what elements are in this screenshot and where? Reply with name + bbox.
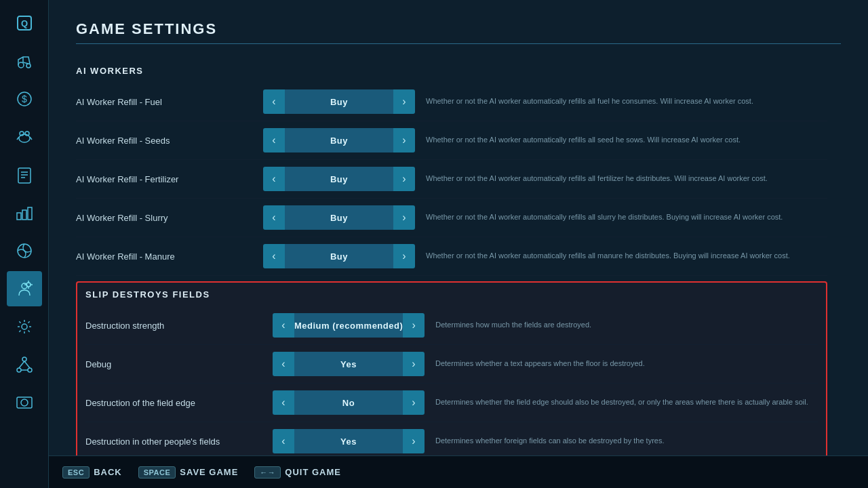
sidebar: Q $ — [0, 0, 49, 488]
setting-row-refill-fuel: AI Worker Refill - Fuel ‹ Buy › Whether … — [76, 83, 827, 121]
section-title-slip-destroys: SLIP DESTROYS FIELDS — [85, 289, 818, 300]
svg-line-23 — [19, 361, 24, 368]
svg-point-2 — [18, 62, 24, 68]
ctrl-right-refill-fertilizer[interactable]: › — [393, 167, 415, 191]
setting-desc-other-fields: Determines whether foreign fields can al… — [435, 436, 818, 446]
sidebar-item-network[interactable] — [7, 347, 42, 382]
back-label: BACK — [94, 467, 122, 477]
setting-label-debug: Debug — [85, 359, 262, 369]
ctrl-value-refill-manure: Buy — [285, 244, 393, 268]
svg-rect-13 — [17, 213, 21, 220]
setting-control-refill-fuel: ‹ Buy › — [263, 89, 415, 114]
save-button[interactable]: SPACE SAVE GAME — [138, 466, 239, 479]
ctrl-right-refill-slurry[interactable]: › — [393, 205, 415, 230]
bottom-bar: ESC BACK SPACE SAVE GAME ←→ QUIT GAME — [49, 455, 868, 488]
setting-desc-debug: Determines whether a text appears when t… — [435, 359, 818, 369]
ctrl-value-destruction-strength: Medium (recommended) — [294, 313, 403, 338]
svg-point-27 — [21, 399, 28, 406]
svg-point-22 — [28, 368, 32, 372]
setting-desc-refill-manure: Whether or not the AI worker automatical… — [426, 251, 827, 261]
setting-row-refill-seeds: AI Worker Refill - Seeds ‹ Buy › Whether… — [76, 121, 827, 160]
setting-desc-refill-slurry: Whether or not the AI worker automatical… — [426, 212, 827, 222]
ctrl-right-field-edge[interactable]: › — [403, 390, 425, 415]
ctrl-left-other-fields[interactable]: ‹ — [273, 429, 294, 453]
setting-control-refill-seeds: ‹ Buy › — [263, 128, 415, 152]
ctrl-left-refill-fuel[interactable]: ‹ — [263, 89, 285, 114]
sidebar-item-animals[interactable] — [7, 119, 42, 155]
quit-key: ←→ — [254, 466, 281, 479]
ctrl-left-refill-seeds[interactable]: ‹ — [263, 128, 285, 152]
setting-control-debug: ‹ Yes › — [273, 352, 425, 376]
quit-button[interactable]: ←→ QUIT GAME — [254, 466, 341, 479]
ctrl-value-debug: Yes — [294, 352, 403, 376]
setting-control-refill-fertilizer: ‹ Buy › — [263, 167, 415, 191]
setting-control-refill-manure: ‹ Buy › — [263, 244, 415, 268]
svg-text:$: $ — [22, 94, 27, 104]
sidebar-item-settings[interactable] — [7, 309, 42, 344]
setting-row-refill-fertilizer: AI Worker Refill - Fertilizer ‹ Buy › Wh… — [76, 160, 827, 199]
save-label: SAVE GAME — [180, 467, 238, 477]
ctrl-left-destruction-strength[interactable]: ‹ — [273, 313, 294, 338]
setting-row-field-edge: Destruction of the field edge ‹ No › Det… — [85, 384, 818, 422]
setting-row-destruction-strength: Destruction strength ‹ Medium (recommend… — [85, 306, 818, 345]
ctrl-right-other-fields[interactable]: › — [403, 429, 425, 453]
svg-point-21 — [17, 368, 21, 372]
back-key: ESC — [62, 466, 90, 479]
ctrl-left-refill-fertilizer[interactable]: ‹ — [263, 167, 285, 191]
ctrl-left-debug[interactable]: ‹ — [273, 352, 294, 376]
ctrl-value-refill-slurry: Buy — [285, 205, 393, 230]
sidebar-item-contracts[interactable] — [7, 157, 42, 192]
section-slip-destroys: SLIP DESTROYS FIELDS Destruction strengt… — [76, 281, 827, 469]
setting-control-destruction-strength: ‹ Medium (recommended) › — [273, 313, 425, 338]
ctrl-left-refill-slurry[interactable]: ‹ — [263, 205, 285, 230]
setting-label-refill-fertilizer: AI Worker Refill - Fertilizer — [76, 174, 252, 184]
ctrl-right-refill-manure[interactable]: › — [393, 244, 415, 268]
setting-control-refill-slurry: ‹ Buy › — [263, 205, 415, 230]
svg-point-20 — [22, 357, 26, 361]
sidebar-item-q[interactable]: Q — [7, 5, 42, 41]
setting-control-other-fields: ‹ Yes › — [273, 429, 425, 453]
svg-text:Q: Q — [20, 18, 27, 28]
section-ai-workers: AI WORKERS AI Worker Refill - Fuel ‹ Buy… — [76, 66, 827, 276]
svg-point-19 — [22, 324, 27, 329]
setting-desc-field-edge: Determines whether the field edge should… — [435, 397, 818, 407]
save-key: SPACE — [138, 466, 176, 479]
content-area: AI WORKERS AI Worker Refill - Fuel ‹ Buy… — [76, 55, 841, 474]
ctrl-right-debug[interactable]: › — [403, 352, 425, 376]
setting-label-refill-seeds: AI Worker Refill - Seeds — [76, 136, 252, 146]
ctrl-right-destruction-strength[interactable]: › — [403, 313, 425, 338]
ctrl-value-field-edge: No — [294, 390, 403, 415]
sidebar-item-tractor[interactable] — [7, 43, 42, 79]
ctrl-value-refill-fuel: Buy — [285, 89, 393, 114]
setting-desc-refill-fertilizer: Whether or not the AI worker automatical… — [426, 174, 827, 184]
setting-row-refill-manure: AI Worker Refill - Manure ‹ Buy › Whethe… — [76, 237, 827, 276]
ctrl-right-refill-fuel[interactable]: › — [393, 89, 415, 114]
back-button[interactable]: ESC BACK — [62, 466, 122, 479]
setting-label-refill-manure: AI Worker Refill - Manure — [76, 251, 252, 262]
setting-control-field-edge: ‹ No › — [273, 390, 425, 415]
setting-label-other-fields: Destruction in other people's fields — [85, 436, 262, 447]
setting-label-field-edge: Destruction of the field edge — [85, 398, 262, 408]
ctrl-left-field-edge[interactable]: ‹ — [273, 390, 294, 415]
section-title-ai-workers: AI WORKERS — [76, 66, 827, 76]
sidebar-item-map[interactable] — [7, 233, 42, 268]
ctrl-value-refill-seeds: Buy — [285, 128, 393, 152]
svg-rect-15 — [28, 207, 32, 220]
svg-line-24 — [24, 361, 30, 368]
page-title: GAME SETTINGS — [76, 20, 841, 44]
svg-rect-9 — [18, 168, 31, 183]
setting-label-destruction-strength: Destruction strength — [85, 321, 262, 331]
setting-row-debug: Debug ‹ Yes › Determines whether a text … — [85, 345, 818, 384]
sidebar-item-help[interactable] — [7, 385, 42, 420]
svg-point-3 — [26, 64, 31, 68]
setting-label-refill-fuel: AI Worker Refill - Fuel — [76, 97, 252, 107]
setting-label-refill-slurry: AI Worker Refill - Slurry — [76, 213, 252, 223]
setting-desc-refill-fuel: Whether or not the AI worker automatical… — [426, 96, 827, 106]
ctrl-left-refill-manure[interactable]: ‹ — [263, 244, 285, 268]
ctrl-right-refill-seeds[interactable]: › — [393, 128, 415, 152]
quit-label: QUIT GAME — [285, 467, 341, 477]
ctrl-value-refill-fertilizer: Buy — [285, 167, 393, 191]
sidebar-item-finance[interactable]: $ — [7, 81, 42, 117]
sidebar-item-production[interactable] — [7, 195, 42, 230]
sidebar-item-ai-workers[interactable] — [7, 271, 42, 306]
